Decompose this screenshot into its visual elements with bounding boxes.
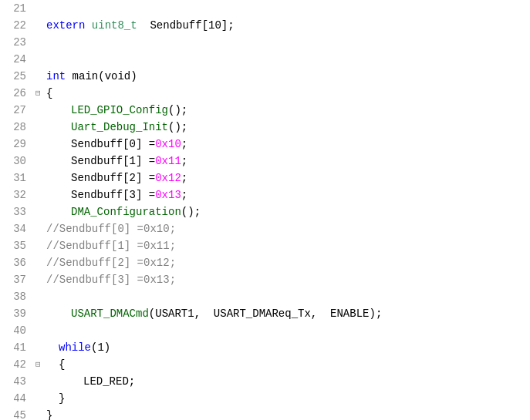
line-number: 26 (6, 85, 26, 102)
line-number: 30 (6, 153, 26, 170)
code-line: //Sendbuff[3] =0x13; (35, 271, 530, 288)
code-token: LED_GPIO_Config (71, 102, 168, 119)
fold-icon (35, 17, 45, 34)
code-token: main(void) (66, 68, 137, 85)
fold-icon (35, 339, 45, 356)
code-token: //Sendbuff[3] =0x13; (46, 271, 176, 288)
code-line (35, 288, 530, 305)
fold-icon (35, 220, 45, 237)
code-line (35, 34, 530, 51)
line-number: 32 (6, 186, 26, 203)
fold-icon (35, 390, 45, 407)
fold-icon (35, 153, 45, 170)
fold-icon (35, 68, 45, 85)
line-number: 29 (6, 136, 26, 153)
code-line: LED_RED; (35, 373, 530, 390)
code-token: while (59, 339, 91, 356)
code-content: extern uint8_t Sendbuff[10]; int main(vo… (32, 0, 530, 420)
code-token: (USART1, USART_DMAReq_Tx, ENABLE); (149, 305, 382, 322)
code-token: ; (181, 136, 187, 153)
code-token: } (46, 407, 52, 420)
line-number: 39 (6, 305, 26, 322)
line-number: 42 (6, 356, 26, 373)
code-line: USART_DMACmd(USART1, USART_DMAReq_Tx, EN… (35, 305, 530, 322)
code-token: (); (181, 203, 201, 220)
code-line: Sendbuff[0] =0x10; (35, 136, 530, 153)
code-token: //Sendbuff[1] =0x11; (46, 237, 176, 254)
fold-icon (35, 237, 45, 254)
fold-icon (35, 288, 45, 305)
code-token: Sendbuff[3] = (71, 186, 155, 203)
code-token: 0x13 (155, 186, 181, 203)
code-line: Sendbuff[1] =0x11; (35, 153, 530, 170)
line-number: 45 (6, 407, 26, 420)
code-token: LED_RED; (83, 373, 135, 390)
line-number: 33 (6, 203, 26, 220)
code-line: ⊟{ (35, 85, 530, 102)
line-number: 22 (6, 17, 26, 34)
code-line: extern uint8_t Sendbuff[10]; (35, 17, 530, 34)
line-number: 38 (6, 288, 26, 305)
fold-icon (35, 51, 45, 68)
fold-icon (35, 305, 45, 322)
fold-icon (35, 203, 45, 220)
code-token: Uart_Debug_Init (71, 119, 168, 136)
code-token: ; (181, 153, 187, 170)
code-token: extern (46, 17, 85, 34)
code-token: (1) (91, 339, 110, 356)
line-number: 25 (6, 68, 26, 85)
fold-icon (35, 170, 45, 186)
fold-icon (35, 373, 45, 390)
code-token: 0x10 (155, 136, 181, 153)
code-token: ; (181, 170, 187, 186)
code-line (35, 322, 530, 339)
code-token: ; (181, 186, 187, 203)
line-number: 31 (6, 170, 26, 186)
line-number: 27 (6, 102, 26, 119)
code-token: Sendbuff[10]; (137, 17, 235, 34)
code-token: (); (168, 119, 187, 136)
code-token: (); (168, 102, 187, 119)
line-number: 35 (6, 237, 26, 254)
line-number: 41 (6, 339, 26, 356)
code-token: DMA_Configuration (71, 203, 181, 220)
code-token: 0x12 (155, 170, 181, 186)
fold-icon (35, 34, 45, 51)
code-token (85, 17, 91, 34)
fold-icon: ⊟ (35, 85, 45, 102)
code-line: while(1) (35, 339, 530, 356)
code-token: } (59, 390, 65, 407)
fold-icon (35, 322, 45, 339)
fold-icon (35, 102, 45, 119)
line-number: 34 (6, 220, 26, 237)
line-number: 28 (6, 119, 26, 136)
line-number: 44 (6, 390, 26, 407)
code-token: { (59, 356, 65, 373)
fold-icon: ⊟ (35, 356, 45, 373)
code-token: Sendbuff[1] = (71, 153, 155, 170)
line-number: 40 (6, 322, 26, 339)
code-token: { (46, 85, 52, 102)
fold-icon (35, 119, 45, 136)
code-token: //Sendbuff[2] =0x12; (46, 254, 176, 271)
code-line: Sendbuff[2] =0x12; (35, 170, 530, 186)
line-number-gutter: 2122232425262728293031323334353637383940… (0, 0, 32, 420)
code-token: USART_DMACmd (71, 305, 149, 322)
code-line: int main(void) (35, 68, 530, 85)
code-token: int (46, 68, 66, 85)
code-line (35, 51, 530, 68)
line-number: 23 (6, 34, 26, 51)
code-line: LED_GPIO_Config(); (35, 102, 530, 119)
line-number: 36 (6, 254, 26, 271)
code-editor: 2122232425262728293031323334353637383940… (0, 0, 530, 420)
line-number: 37 (6, 271, 26, 288)
line-number: 24 (6, 51, 26, 68)
fold-icon (35, 186, 45, 203)
code-line: //Sendbuff[1] =0x11; (35, 237, 530, 254)
code-token: Sendbuff[0] = (71, 136, 155, 153)
code-line: } (35, 390, 530, 407)
fold-icon (35, 0, 45, 17)
code-token: //Sendbuff[0] =0x10; (46, 220, 176, 237)
fold-icon (35, 407, 45, 420)
code-line: } (35, 407, 530, 420)
